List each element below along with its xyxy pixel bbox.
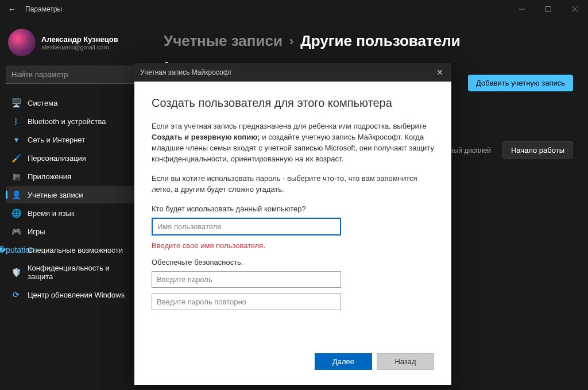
nav-label: Система <box>28 99 57 107</box>
username-input[interactable] <box>152 218 341 235</box>
nav-label: Время и язык <box>28 209 75 218</box>
window-controls <box>509 0 588 18</box>
sidebar-item-accounts[interactable]: 👤Учетные записи <box>6 186 141 203</box>
dialog-text-1: Если эта учетная запись предназначена дл… <box>152 121 434 164</box>
kiosk-hint: вный дисплей <box>446 146 491 155</box>
secure-label: Обеспечьте безопасность. <box>152 258 434 267</box>
password-confirm-input[interactable] <box>152 294 341 310</box>
nav-label: Сеть и Интернет <box>28 136 85 144</box>
sidebar: Александр Кузнецов alexkeuano@gmail.com … <box>0 18 146 390</box>
user-block[interactable]: Александр Кузнецов alexkeuano@gmail.com <box>6 24 141 65</box>
dialog-header-title: Учетная запись Майкрософт <box>140 68 232 76</box>
dialog-text-1b: Создать и резервную копию; <box>152 133 260 141</box>
nav-label: Центр обновления Windows <box>28 291 125 299</box>
sidebar-item-system[interactable]: 🖥️Система <box>6 94 141 111</box>
ms-account-dialog: Учетная запись Майкрософт ✕ Создать поль… <box>134 63 451 385</box>
breadcrumb: Учетные записи › Другие пользователи <box>164 32 571 50</box>
nav-label: Конфиденциальность и защита <box>28 264 135 281</box>
sidebar-item-network[interactable]: ▾Сеть и Интернет <box>6 131 141 148</box>
sidebar-item-personalization[interactable]: 🖌️Персонализация <box>6 149 141 167</box>
username-error: Введите свое имя пользователя. <box>152 241 434 250</box>
accessibility-icon: �putation <box>11 245 21 254</box>
who-label: Кто будет использовать данный компьютер? <box>152 204 434 213</box>
globe-icon: 🌐 <box>11 208 21 218</box>
add-account-button[interactable]: Добавить учетную запись <box>468 75 573 91</box>
wifi-icon: ▾ <box>11 135 21 144</box>
sidebar-item-time[interactable]: 🌐Время и язык <box>6 204 141 222</box>
bluetooth-icon: ᛒ <box>11 117 21 126</box>
avatar <box>8 29 36 56</box>
nav-label: Приложения <box>28 172 71 181</box>
password-input[interactable] <box>152 271 341 288</box>
display-icon: 🖥️ <box>11 98 21 107</box>
sidebar-item-bluetooth[interactable]: ᛒBluetooth и устройства <box>6 113 141 130</box>
dialog-footer: Далее Назад <box>134 353 451 385</box>
sidebar-item-gaming[interactable]: 🎮Игры <box>6 223 141 240</box>
nav-label: Персонализация <box>28 154 86 163</box>
maximize-button[interactable] <box>535 0 562 18</box>
titlebar-left: ← Параметры <box>6 2 62 16</box>
nav-label: Специальные возможности <box>28 246 123 254</box>
shield-icon: 🛡️ <box>11 268 21 277</box>
nav: 🖥️Система ᛒBluetooth и устройства ▾Сеть … <box>6 94 141 303</box>
dialog-title: Создать пользователя для этого компьютер… <box>152 96 434 110</box>
dialog-body: Создать пользователя для этого компьютер… <box>134 82 451 353</box>
window-title: Параметры <box>25 5 62 13</box>
sidebar-item-accessibility[interactable]: �putationСпециальные возможности <box>6 241 141 258</box>
close-button[interactable] <box>562 0 588 18</box>
sidebar-item-apps[interactable]: ▦Приложения <box>6 168 141 185</box>
sidebar-item-privacy[interactable]: 🛡️Конфиденциальность и защита <box>6 260 141 285</box>
nav-label: Учетные записи <box>28 191 83 199</box>
dialog-header: Учетная запись Майкрософт ✕ <box>134 63 451 82</box>
next-button[interactable]: Далее <box>315 353 372 370</box>
dialog-text-1a: Если эта учетная запись предназначена дл… <box>152 122 427 130</box>
apps-icon: ▦ <box>11 172 21 181</box>
back-button[interactable]: ← <box>6 2 18 16</box>
nav-label: Bluetooth и устройства <box>28 117 106 126</box>
svg-rect-1 <box>546 7 551 12</box>
settings-window: ← Параметры Александр Кузнецов alexkeuan… <box>0 0 588 390</box>
minimize-button[interactable] <box>509 0 535 18</box>
search-input[interactable] <box>6 65 141 84</box>
breadcrumb-parent[interactable]: Учетные записи <box>164 32 283 50</box>
brush-icon: 🖌️ <box>11 153 21 163</box>
user-name: Александр Кузнецов <box>41 35 118 44</box>
sidebar-item-update[interactable]: ⟳Центр обновления Windows <box>6 286 141 303</box>
nav-label: Игры <box>28 227 45 236</box>
gamepad-icon: 🎮 <box>11 227 21 236</box>
dialog-close-button[interactable]: ✕ <box>433 67 447 78</box>
update-icon: ⟳ <box>11 290 21 299</box>
kiosk-start-button[interactable]: Начало работы <box>502 141 573 159</box>
person-icon: 👤 <box>11 190 21 199</box>
titlebar: ← Параметры <box>0 0 588 18</box>
user-email: alexkeuano@gmail.com <box>41 44 118 51</box>
add-account-row: Добавить учетную запись <box>468 75 573 91</box>
back-button-dialog[interactable]: Назад <box>377 353 434 370</box>
chevron-right-icon: › <box>289 34 293 49</box>
user-info: Александр Кузнецов alexkeuano@gmail.com <box>41 35 118 51</box>
dialog-text-2: Если вы хотите использовать пароль - выб… <box>152 173 434 195</box>
kiosk-row: вный дисплей Начало работы <box>446 141 573 159</box>
breadcrumb-current: Другие пользователи <box>300 32 460 50</box>
